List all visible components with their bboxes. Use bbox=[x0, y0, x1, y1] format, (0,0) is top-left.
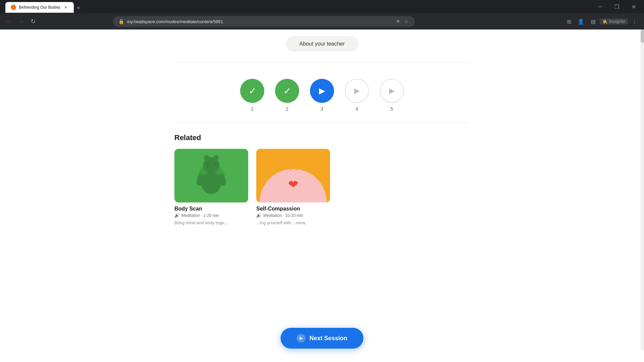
next-session-label: Next Session bbox=[309, 335, 347, 342]
close-button[interactable]: ✕ bbox=[626, 1, 641, 12]
self-compassion-meta: 🔊 Meditation · 10-20 min bbox=[256, 213, 330, 218]
incognito-badge: 🕵 Incognito bbox=[600, 18, 628, 24]
self-compassion-illustration: ❤ bbox=[256, 149, 330, 202]
address-bar: ← → ↻ 🔒 my.headspace.com/modes/meditate/… bbox=[0, 13, 644, 29]
scrollbar-track bbox=[641, 29, 644, 350]
more-menu-button[interactable]: ⋮ bbox=[629, 16, 640, 27]
related-cards-container: Body Scan 🔊 Meditation · 1-20 min Bring … bbox=[174, 149, 470, 226]
url-action-icons: 👁 ☆ bbox=[395, 18, 410, 25]
incognito-icon: 🕵 bbox=[602, 19, 607, 24]
extensions-icon[interactable]: ⊞ bbox=[564, 16, 574, 27]
checkmark-icon-2: ✓ bbox=[283, 85, 291, 97]
sidebar-icon[interactable]: ▤ bbox=[588, 16, 598, 27]
session-circle-5[interactable]: ▶ bbox=[380, 79, 404, 103]
refresh-button[interactable]: ↻ bbox=[28, 17, 38, 26]
browser-chrome: Befriending Our Bodies ✕ + ─ ❐ ✕ ← → ↻ 🔒… bbox=[0, 0, 644, 29]
session-item-5: ▶ 5 bbox=[380, 79, 404, 112]
tab-title: Befriending Our Bodies bbox=[19, 5, 60, 10]
content-wrapper: About your teacher ✓ 1 ✓ 2 bbox=[161, 29, 483, 233]
session-item-1: ✓ 1 bbox=[240, 79, 264, 112]
divider-2 bbox=[174, 122, 470, 123]
session-item-4: ▶ 4 bbox=[345, 79, 369, 112]
new-tab-button[interactable]: + bbox=[74, 3, 83, 13]
body-scan-image bbox=[174, 149, 248, 202]
tab-bar: Befriending Our Bodies ✕ + bbox=[3, 1, 591, 13]
window-controls: ─ ❐ ✕ bbox=[592, 1, 641, 12]
tab-favicon bbox=[11, 5, 16, 10]
divider-1 bbox=[174, 62, 470, 63]
next-session-play-icon: ▶ bbox=[297, 334, 305, 343]
url-bar[interactable]: 🔒 my.headspace.com/modes/meditate/conten… bbox=[113, 16, 415, 27]
play-icon-3: ▶ bbox=[319, 86, 325, 96]
user-icon[interactable]: 👤 bbox=[576, 16, 586, 27]
related-section: Related bbox=[174, 133, 470, 233]
self-compassion-desc: ...ing yourself with ...ness. bbox=[256, 220, 330, 226]
session-item-3: ▶ 3 bbox=[310, 79, 334, 112]
forward-button[interactable]: → bbox=[16, 17, 25, 26]
active-tab[interactable]: Befriending Our Bodies ✕ bbox=[5, 2, 74, 13]
tab-close-button[interactable]: ✕ bbox=[63, 5, 68, 10]
minimize-button[interactable]: ─ bbox=[592, 1, 608, 12]
title-bar: Befriending Our Bodies ✕ + ─ ❐ ✕ bbox=[0, 0, 644, 13]
bookmark-icon[interactable]: ☆ bbox=[403, 18, 410, 25]
sessions-row: ✓ 1 ✓ 2 ▶ 3 ▶ bbox=[174, 73, 470, 117]
about-teacher-button[interactable]: About your teacher bbox=[286, 36, 358, 52]
secure-icon: 🔒 bbox=[118, 19, 124, 24]
session-circle-3[interactable]: ▶ bbox=[310, 79, 334, 103]
back-button[interactable]: ← bbox=[4, 17, 13, 26]
body-scan-meta: 🔊 Meditation · 1-20 min bbox=[174, 213, 248, 218]
teacher-section: About your teacher bbox=[174, 29, 470, 52]
meditation-icon-2: 🔊 bbox=[256, 213, 261, 218]
maximize-button[interactable]: ❐ bbox=[609, 1, 625, 12]
session-number-3: 3 bbox=[321, 106, 323, 112]
body-scan-illustration bbox=[174, 149, 248, 202]
body-scan-meta-text: Meditation · 1-20 min bbox=[181, 213, 219, 218]
session-number-1: 1 bbox=[251, 106, 254, 112]
play-icon-4: ▶ bbox=[354, 86, 360, 95]
session-circle-4[interactable]: ▶ bbox=[345, 79, 369, 103]
session-circle-2[interactable]: ✓ bbox=[275, 79, 299, 103]
page-content: About your teacher ✓ 1 ✓ 2 bbox=[0, 29, 644, 350]
self-compassion-image: ❤ bbox=[256, 149, 330, 202]
scrollbar-thumb[interactable] bbox=[641, 29, 644, 43]
session-item-2: ✓ 2 bbox=[275, 79, 299, 112]
related-title: Related bbox=[174, 133, 470, 142]
body-scan-desc: Bring mind and body toge... bbox=[174, 220, 248, 226]
session-number-2: 2 bbox=[286, 106, 288, 112]
body-scan-card[interactable]: Body Scan 🔊 Meditation · 1-20 min Bring … bbox=[174, 149, 248, 226]
eye-off-icon[interactable]: 👁 bbox=[395, 18, 401, 25]
meditation-icon: 🔊 bbox=[174, 213, 179, 218]
url-text: my.headspace.com/modes/meditate/content/… bbox=[127, 19, 392, 24]
session-circle-1[interactable]: ✓ bbox=[240, 79, 264, 103]
session-number-5: 5 bbox=[390, 106, 393, 112]
browser-menu-icons: ⊞ 👤 ▤ 🕵 Incognito ⋮ bbox=[564, 16, 640, 27]
checkmark-icon-1: ✓ bbox=[249, 85, 256, 97]
incognito-label: Incognito bbox=[609, 19, 625, 24]
self-compassion-name: Self-Compassion bbox=[256, 206, 330, 212]
body-scan-name: Body Scan bbox=[174, 206, 248, 212]
next-session-button[interactable]: ▶ Next Session bbox=[280, 328, 363, 349]
session-number-4: 4 bbox=[356, 106, 358, 112]
self-compassion-card[interactable]: ❤ Self-Compassion 🔊 Meditation · 10-20 m… bbox=[256, 149, 330, 226]
self-compassion-meta-text: Meditation · 10-20 min bbox=[263, 213, 303, 218]
play-icon-5: ▶ bbox=[389, 86, 395, 95]
